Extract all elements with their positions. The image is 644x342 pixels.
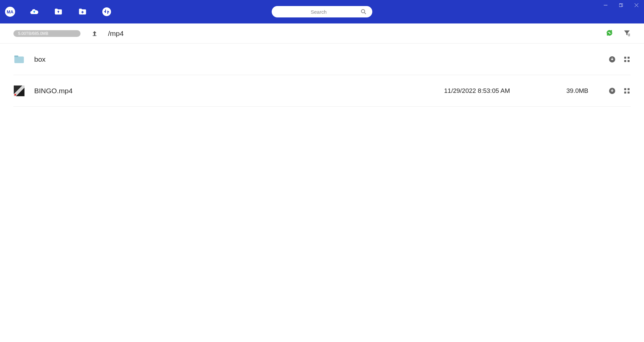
maximize-button[interactable] (613, 0, 629, 10)
app-logo[interactable]: MA (5, 6, 15, 17)
refresh-button[interactable] (606, 29, 613, 38)
upload-file-button[interactable] (53, 6, 64, 17)
item-name: BINGO.mp4 (34, 87, 72, 95)
up-arrow-icon (91, 30, 98, 37)
folder-icon (13, 54, 25, 64)
maximize-icon (619, 3, 623, 7)
list-item[interactable]: box (13, 44, 631, 75)
header-bar: MA (0, 0, 644, 23)
svg-line-2 (365, 13, 366, 14)
svg-rect-19 (624, 92, 626, 94)
cloud-upload-button[interactable] (29, 6, 40, 17)
new-folder-button[interactable] (77, 6, 88, 17)
filter-button[interactable] (623, 29, 631, 38)
svg-point-1 (361, 9, 365, 13)
cloud-upload-icon (30, 7, 39, 16)
close-icon (635, 3, 638, 7)
grid-dots-icon (624, 56, 630, 63)
current-path: /mp4 (108, 30, 124, 38)
download-button[interactable] (608, 87, 616, 95)
transfer-icon (102, 7, 111, 16)
path-bar-actions (606, 29, 631, 38)
svg-rect-12 (624, 57, 626, 59)
item-size: 39.0MB (545, 87, 588, 95)
svg-rect-15 (628, 60, 630, 62)
svg-rect-7 (628, 34, 630, 34)
search-input[interactable] (277, 9, 360, 15)
close-button[interactable] (629, 0, 644, 10)
item-name: box (34, 55, 46, 63)
window-controls (598, 0, 644, 10)
search-box[interactable] (272, 6, 372, 17)
svg-rect-10 (14, 55, 18, 57)
more-button[interactable] (623, 56, 631, 63)
file-list: box BINGO.mp4 11/29/2022 8:53:05 AM 39.0… (0, 44, 644, 107)
item-date: 11/29/2022 8:53:05 AM (444, 87, 545, 95)
more-button[interactable] (623, 87, 631, 95)
filter-icon (623, 29, 631, 37)
download-icon (608, 56, 616, 63)
svg-rect-4 (619, 4, 622, 7)
grid-dots-icon (624, 88, 630, 94)
list-item[interactable]: BINGO.mp4 11/29/2022 8:53:05 AM 39.0MB (13, 75, 631, 107)
transfer-button[interactable] (101, 6, 112, 17)
svg-rect-17 (624, 88, 626, 90)
folder-upload-icon (54, 7, 63, 16)
download-icon (608, 87, 616, 95)
row-actions (608, 87, 631, 95)
svg-rect-18 (628, 88, 630, 90)
folder-plus-icon (78, 7, 87, 16)
svg-rect-9 (628, 36, 630, 36)
row-actions (608, 56, 631, 63)
svg-rect-20 (628, 92, 630, 94)
search-icon (360, 8, 367, 15)
refresh-icon (606, 29, 613, 37)
app-logo-circle: MA (5, 7, 15, 17)
video-thumbnail-icon (13, 86, 25, 96)
minimize-button[interactable] (598, 0, 613, 10)
svg-rect-8 (628, 35, 630, 35)
svg-point-0 (102, 7, 111, 16)
storage-quota-pill: 5.00TB/685.0MB (13, 30, 80, 37)
minimize-icon (604, 3, 607, 7)
svg-rect-14 (624, 60, 626, 62)
svg-rect-13 (628, 57, 630, 59)
go-up-button[interactable] (91, 30, 99, 38)
path-bar: 5.00TB/685.0MB /mp4 (0, 23, 644, 44)
download-button[interactable] (608, 56, 616, 63)
header-left-group: MA (3, 6, 112, 17)
